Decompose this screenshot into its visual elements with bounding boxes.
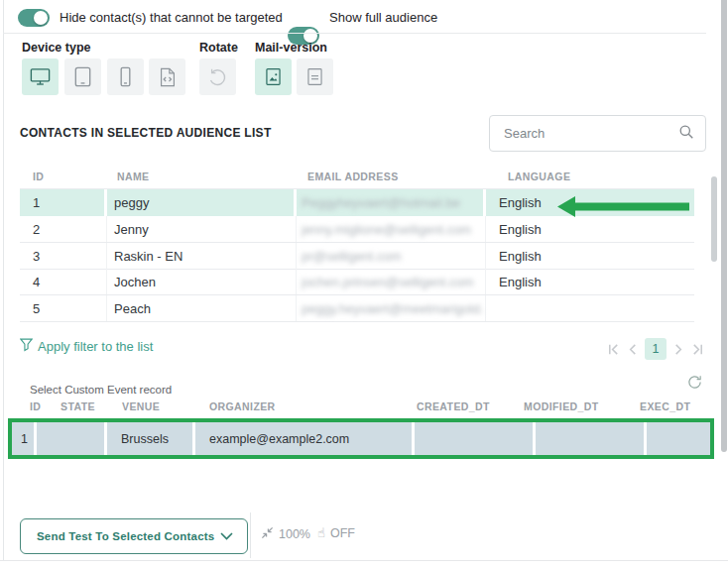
send-test-label: Send Test To Selected Contacts [37, 530, 214, 542]
resize-arrows-icon [261, 526, 274, 542]
contacts-table-header: ID NAME EMAIL ADDRESS LANGUAGE [20, 164, 694, 189]
mobile-icon [114, 65, 137, 88]
contact-row[interactable]: 5 Peach peggy.heyvaert@meetmarigold. [20, 295, 694, 322]
source-code-icon [157, 66, 179, 88]
footer-divider [250, 512, 251, 558]
tablet-icon [71, 65, 94, 88]
filter-funnel-icon [20, 338, 33, 355]
send-test-button[interactable]: Send Test To Selected Contacts [20, 518, 248, 554]
event-column-created-dt: CREATED_DT [417, 400, 490, 412]
event-column-exec-dt: EXEC_DT [640, 400, 690, 412]
custom-event-label: Select Custom Event record [30, 384, 172, 396]
event-column-organizer: ORGANIZER [209, 400, 276, 412]
interaction-toggle[interactable]: ☝ OFF [317, 525, 355, 540]
previous-page-button[interactable] [627, 343, 638, 356]
refresh-icon [686, 377, 703, 394]
annotation-arrow [557, 195, 689, 222]
mail-text-version-button[interactable] [297, 58, 333, 95]
email-test-panel: Hide contact(s) that cannot be targeted … [0, 0, 728, 569]
contacts-section-title: CONTACTS IN SELECTED AUDIENCE LIST [20, 126, 272, 140]
contact-row[interactable]: 3 Raskin - EN pr@selligent.com English [20, 243, 694, 270]
column-header-name: NAME [117, 171, 150, 182]
last-page-button[interactable] [691, 343, 704, 356]
event-column-id: ID [30, 400, 41, 412]
blurred-email: Peggyheyvaert@hotmail.be [302, 195, 460, 210]
desktop-icon [29, 65, 52, 88]
blurred-email: jochen.prinsen@selligent.com [302, 275, 474, 289]
event-column-state: STATE [61, 400, 95, 412]
pagination: 1 [607, 338, 704, 360]
device-tablet-button[interactable] [64, 58, 101, 95]
search-box [489, 115, 706, 152]
zoom-value: 100% [279, 527, 310, 541]
zoom-control[interactable]: 100% [261, 526, 310, 542]
apply-filter-label: Apply filter to the list [38, 339, 153, 354]
toggle-knob [34, 11, 48, 25]
device-desktop-button[interactable] [22, 58, 59, 95]
blurred-email: peggy.heyvaert@meetmarigold. [302, 301, 484, 316]
rotate-button[interactable] [199, 58, 236, 95]
pointer-hand-icon: ☝ [317, 525, 325, 540]
contacts-table-scrollbar[interactable] [711, 176, 717, 262]
hide-untargetable-contacts-label: Hide contact(s) that cannot be targeted [60, 10, 283, 25]
device-type-label: Device type [22, 41, 90, 55]
mail-image-version-button[interactable] [255, 58, 292, 95]
column-header-email: EMAIL ADDRESS [307, 171, 399, 182]
show-full-audience-label: Show full audience [329, 10, 437, 25]
blurred-email: jenny.miglione@selligent.com [302, 222, 471, 237]
device-mobile-button[interactable] [107, 58, 144, 95]
top-divider [3, 33, 706, 34]
chevron-down-icon [220, 530, 233, 542]
panel-left-border [3, 0, 4, 560]
current-page-chip[interactable]: 1 [645, 338, 667, 360]
event-column-venue: VENUE [122, 400, 160, 412]
next-page-button[interactable] [673, 343, 684, 356]
column-header-language: LANGUAGE [508, 171, 570, 182]
search-input[interactable] [504, 126, 678, 141]
mail-version-label: Mail-version [255, 41, 327, 55]
bottom-divider [0, 560, 728, 561]
interaction-state: OFF [330, 526, 355, 540]
refresh-button[interactable] [686, 374, 703, 395]
column-header-id: ID [33, 171, 44, 182]
custom-event-row-selected[interactable]: 1 Brussels example@example2.com [8, 418, 714, 459]
apply-filter-link[interactable]: Apply filter to the list [20, 338, 153, 355]
search-icon[interactable] [678, 124, 694, 144]
blurred-email: pr@selligent.com [302, 249, 402, 264]
panel-scrollbar[interactable] [721, 0, 727, 452]
rotate-icon [207, 66, 229, 88]
rotate-label: Rotate [199, 41, 238, 55]
image-version-icon [263, 66, 284, 87]
device-source-code-button[interactable] [149, 58, 185, 95]
text-version-icon [304, 66, 325, 87]
event-column-modified-dt: MODIFIED_DT [524, 400, 599, 412]
first-page-button[interactable] [607, 343, 620, 356]
hide-untargetable-contacts-toggle[interactable] [18, 9, 50, 27]
contact-row[interactable]: 4 Jochen jochen.prinsen@selligent.com En… [20, 269, 694, 295]
